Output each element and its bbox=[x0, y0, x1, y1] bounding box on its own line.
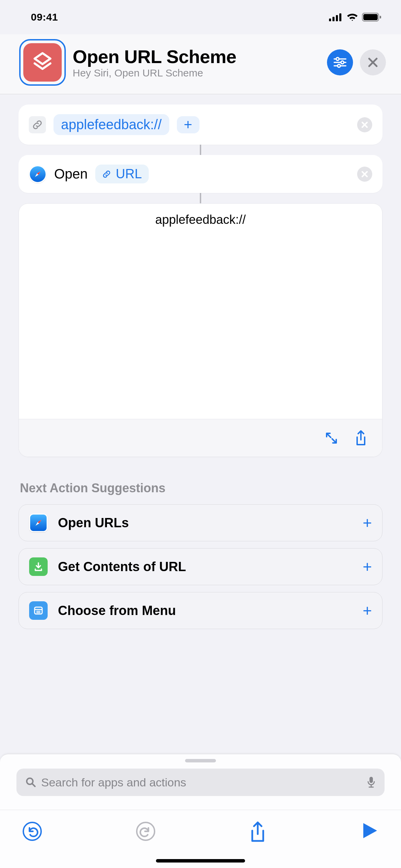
menu-icon-box bbox=[29, 601, 48, 620]
link-icon-box bbox=[29, 116, 46, 133]
status-right bbox=[329, 13, 382, 22]
suggestion-label: Choose from Menu bbox=[58, 603, 352, 618]
suggestion-choose-menu[interactable]: Choose from Menu + bbox=[19, 592, 382, 629]
suggestion-get-contents[interactable]: Get Contents of URL + bbox=[19, 548, 382, 585]
svg-line-28 bbox=[32, 784, 35, 786]
svg-rect-2 bbox=[336, 15, 338, 21]
svg-point-10 bbox=[341, 61, 344, 64]
add-suggestion-button[interactable]: + bbox=[363, 514, 372, 532]
search-sheet[interactable]: Search for apps and actions bbox=[0, 754, 401, 810]
svg-rect-1 bbox=[332, 17, 335, 21]
microphone-icon[interactable] bbox=[367, 776, 376, 788]
action-open-label: Open bbox=[54, 166, 88, 182]
safari-icon bbox=[29, 514, 48, 532]
redo-button[interactable] bbox=[135, 821, 156, 842]
content-area: applefeedback:// + Open URL applefeedbac… bbox=[0, 94, 401, 629]
menu-icon bbox=[33, 605, 44, 616]
download-icon bbox=[33, 561, 44, 572]
url-value[interactable]: applefeedback:// bbox=[53, 114, 169, 135]
url-variable-label: URL bbox=[116, 167, 142, 181]
svg-rect-5 bbox=[363, 14, 378, 20]
cellular-icon bbox=[329, 13, 343, 21]
title-block: Open URL Scheme Hey Siri, Open URL Schem… bbox=[73, 46, 320, 79]
action-url[interactable]: applefeedback:// + bbox=[19, 105, 382, 145]
run-button[interactable] bbox=[360, 821, 379, 840]
svg-rect-3 bbox=[339, 13, 341, 21]
suggestion-open-urls[interactable]: Open URLs + bbox=[19, 504, 382, 541]
svg-point-8 bbox=[336, 58, 339, 60]
share-icon[interactable] bbox=[354, 430, 368, 447]
home-indicator[interactable] bbox=[156, 859, 245, 863]
add-suggestion-button[interactable]: + bbox=[363, 557, 372, 576]
link-icon bbox=[32, 119, 43, 130]
connector-2 bbox=[200, 193, 201, 203]
add-url-button[interactable]: + bbox=[177, 116, 199, 133]
shortcut-icon bbox=[23, 43, 62, 82]
svg-rect-0 bbox=[329, 19, 331, 21]
search-placeholder: Search for apps and actions bbox=[41, 776, 362, 789]
page-title: Open URL Scheme bbox=[73, 46, 320, 67]
clear-icon bbox=[361, 170, 368, 178]
close-icon bbox=[368, 57, 378, 68]
delete-action-button-1[interactable] bbox=[357, 117, 372, 132]
status-time: 09:41 bbox=[31, 11, 58, 23]
svg-marker-34 bbox=[363, 823, 377, 838]
page-subtitle: Hey Siri, Open URL Scheme bbox=[73, 67, 320, 79]
shortcuts-logo-icon bbox=[31, 50, 54, 74]
undo-button[interactable] bbox=[22, 821, 42, 842]
delete-action-button-2[interactable] bbox=[357, 167, 372, 182]
preview-card: applefeedback:// bbox=[19, 203, 382, 457]
preview-toolbar bbox=[19, 419, 382, 457]
status-bar: 09:41 bbox=[0, 0, 401, 34]
suggestions-header: Next Action Suggestions bbox=[20, 481, 382, 495]
add-suggestion-button[interactable]: + bbox=[363, 601, 372, 620]
svg-rect-29 bbox=[369, 777, 373, 783]
battery-icon bbox=[362, 13, 382, 22]
search-icon bbox=[25, 777, 36, 788]
action-open[interactable]: Open URL bbox=[19, 155, 382, 193]
svg-rect-6 bbox=[380, 16, 381, 19]
close-button[interactable] bbox=[360, 49, 386, 75]
link-icon bbox=[102, 170, 111, 179]
search-input[interactable]: Search for apps and actions bbox=[16, 769, 385, 796]
share-button[interactable] bbox=[248, 821, 267, 844]
url-variable-pill[interactable]: URL bbox=[95, 165, 149, 183]
safari-icon bbox=[29, 165, 47, 183]
clear-icon bbox=[361, 121, 368, 129]
preview-text: applefeedback:// bbox=[19, 213, 382, 419]
suggestion-label: Get Contents of URL bbox=[58, 559, 352, 574]
compass-icon bbox=[32, 517, 45, 529]
sliders-icon bbox=[333, 57, 347, 68]
compass-icon bbox=[32, 168, 44, 180]
settings-button[interactable] bbox=[327, 49, 353, 75]
sheet-grabber[interactable] bbox=[185, 759, 216, 762]
download-icon-box bbox=[29, 557, 48, 576]
expand-icon[interactable] bbox=[324, 431, 339, 446]
wifi-icon bbox=[346, 13, 359, 22]
shortcut-icon-wrap[interactable] bbox=[19, 39, 66, 86]
header: Open URL Scheme Hey Siri, Open URL Schem… bbox=[0, 34, 401, 94]
svg-point-12 bbox=[338, 64, 340, 67]
suggestion-label: Open URLs bbox=[58, 516, 352, 530]
connector-1 bbox=[200, 145, 201, 155]
